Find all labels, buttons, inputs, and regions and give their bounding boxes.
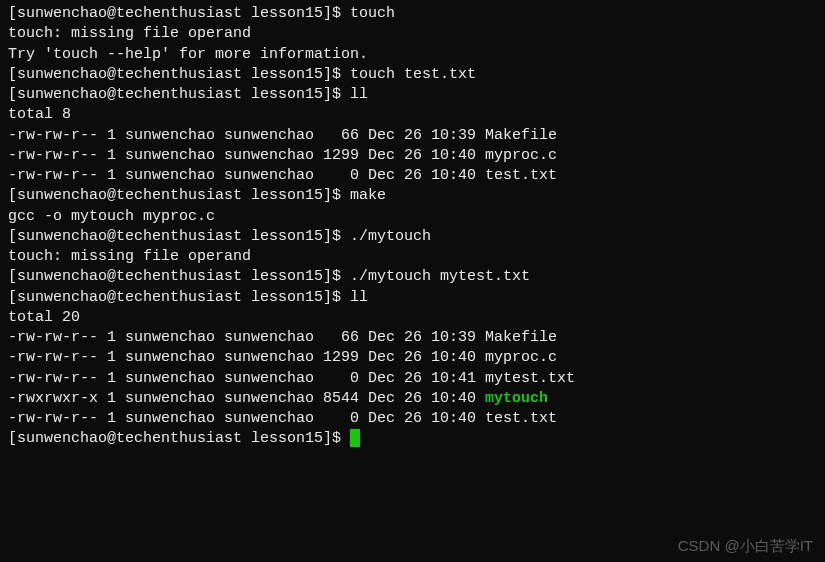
terminal-line: [sunwenchao@techenthusiast lesson15]$ ./… xyxy=(8,227,817,247)
shell-prompt: [sunwenchao@techenthusiast lesson15]$ xyxy=(8,187,350,204)
file-name: Makefile xyxy=(485,127,557,144)
command-text: ./mytouch xyxy=(350,228,431,245)
file-meta: -rwxrwxr-x 1 sunwenchao sunwenchao 8544 … xyxy=(8,390,485,407)
terminal-line: gcc -o mytouch myproc.c xyxy=(8,207,817,227)
terminal-line: -rw-rw-r-- 1 sunwenchao sunwenchao 1299 … xyxy=(8,348,817,368)
terminal-line: [sunwenchao@techenthusiast lesson15]$ ll xyxy=(8,85,817,105)
file-name: Makefile xyxy=(485,329,557,346)
command-text: ll xyxy=(350,86,368,103)
file-meta: -rw-rw-r-- 1 sunwenchao sunwenchao 66 De… xyxy=(8,127,485,144)
terminal-output[interactable]: [sunwenchao@techenthusiast lesson15]$ to… xyxy=(8,4,817,450)
terminal-line: touch: missing file operand xyxy=(8,247,817,267)
output-text: gcc -o mytouch myproc.c xyxy=(8,208,215,225)
command-text: ll xyxy=(350,289,368,306)
file-meta: -rw-rw-r-- 1 sunwenchao sunwenchao 1299 … xyxy=(8,349,485,366)
output-text: total 8 xyxy=(8,106,71,123)
file-name: mytest.txt xyxy=(485,370,575,387)
file-name: myproc.c xyxy=(485,147,557,164)
terminal-line: total 8 xyxy=(8,105,817,125)
terminal-line: [sunwenchao@techenthusiast lesson15]$ ./… xyxy=(8,267,817,287)
terminal-line: -rwxrwxr-x 1 sunwenchao sunwenchao 8544 … xyxy=(8,389,817,409)
shell-prompt: [sunwenchao@techenthusiast lesson15]$ xyxy=(8,289,350,306)
shell-prompt: [sunwenchao@techenthusiast lesson15]$ xyxy=(8,66,350,83)
terminal-line: -rw-rw-r-- 1 sunwenchao sunwenchao 1299 … xyxy=(8,146,817,166)
output-text: total 20 xyxy=(8,309,80,326)
output-text: Try 'touch --help' for more information. xyxy=(8,46,368,63)
file-name: test.txt xyxy=(485,410,557,427)
terminal-line: [sunwenchao@techenthusiast lesson15]$ to… xyxy=(8,4,817,24)
file-name: test.txt xyxy=(485,167,557,184)
terminal-line: -rw-rw-r-- 1 sunwenchao sunwenchao 0 Dec… xyxy=(8,166,817,186)
terminal-line: -rw-rw-r-- 1 sunwenchao sunwenchao 0 Dec… xyxy=(8,369,817,389)
cursor xyxy=(350,429,360,447)
file-meta: -rw-rw-r-- 1 sunwenchao sunwenchao 0 Dec… xyxy=(8,370,485,387)
file-name: mytouch xyxy=(485,390,548,407)
file-meta: -rw-rw-r-- 1 sunwenchao sunwenchao 1299 … xyxy=(8,147,485,164)
terminal-line: total 20 xyxy=(8,308,817,328)
file-name: myproc.c xyxy=(485,349,557,366)
terminal-line: -rw-rw-r-- 1 sunwenchao sunwenchao 66 De… xyxy=(8,328,817,348)
terminal-line: -rw-rw-r-- 1 sunwenchao sunwenchao 0 Dec… xyxy=(8,409,817,429)
shell-prompt: [sunwenchao@techenthusiast lesson15]$ xyxy=(8,430,350,447)
command-text: touch test.txt xyxy=(350,66,476,83)
shell-prompt: [sunwenchao@techenthusiast lesson15]$ xyxy=(8,228,350,245)
shell-prompt: [sunwenchao@techenthusiast lesson15]$ xyxy=(8,268,350,285)
terminal-line: [sunwenchao@techenthusiast lesson15]$ ll xyxy=(8,288,817,308)
shell-prompt: [sunwenchao@techenthusiast lesson15]$ xyxy=(8,86,350,103)
command-text: make xyxy=(350,187,386,204)
file-meta: -rw-rw-r-- 1 sunwenchao sunwenchao 66 De… xyxy=(8,329,485,346)
shell-prompt: [sunwenchao@techenthusiast lesson15]$ xyxy=(8,5,350,22)
terminal-line: -rw-rw-r-- 1 sunwenchao sunwenchao 66 De… xyxy=(8,126,817,146)
terminal-line: [sunwenchao@techenthusiast lesson15]$ to… xyxy=(8,65,817,85)
terminal-line: touch: missing file operand xyxy=(8,24,817,44)
watermark: CSDN @小白苦学IT xyxy=(678,536,813,556)
file-meta: -rw-rw-r-- 1 sunwenchao sunwenchao 0 Dec… xyxy=(8,167,485,184)
output-text: touch: missing file operand xyxy=(8,25,251,42)
terminal-line: Try 'touch --help' for more information. xyxy=(8,45,817,65)
terminal-line: [sunwenchao@techenthusiast lesson15]$ xyxy=(8,429,817,449)
terminal-line: [sunwenchao@techenthusiast lesson15]$ ma… xyxy=(8,186,817,206)
file-meta: -rw-rw-r-- 1 sunwenchao sunwenchao 0 Dec… xyxy=(8,410,485,427)
command-text: touch xyxy=(350,5,395,22)
output-text: touch: missing file operand xyxy=(8,248,251,265)
command-text: ./mytouch mytest.txt xyxy=(350,268,530,285)
